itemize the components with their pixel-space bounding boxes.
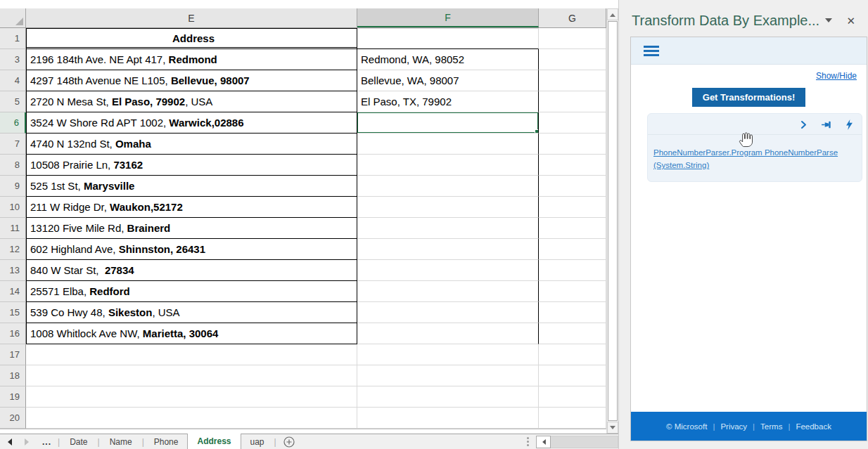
hscroll-left-button[interactable] xyxy=(536,436,551,448)
cell-F15[interactable] xyxy=(357,302,539,323)
row-header-20[interactable]: 20 xyxy=(0,408,26,429)
cell-G20[interactable] xyxy=(539,408,606,429)
cell-E19[interactable] xyxy=(26,386,357,408)
cell-G16[interactable] xyxy=(539,323,606,344)
transformation-program-link[interactable]: PhoneNumberParser.Program PhoneNumberPar… xyxy=(648,135,862,172)
horizontal-scrollbar[interactable] xyxy=(527,434,618,449)
cell-F5[interactable]: El Paso, TX, 79902 xyxy=(357,91,539,112)
vertical-scrollbar-thumb[interactable] xyxy=(608,21,618,421)
sheet-tab-name[interactable]: Name xyxy=(101,434,141,449)
column-header-F[interactable]: F xyxy=(357,8,539,27)
row-header-8[interactable]: 8 xyxy=(0,155,26,176)
row-header-7[interactable]: 7 xyxy=(0,134,26,155)
vertical-scrollbar[interactable] xyxy=(606,8,618,434)
cell-G17[interactable] xyxy=(539,344,606,365)
cell-E17[interactable] xyxy=(26,344,357,365)
cell-F10[interactable] xyxy=(357,197,539,218)
pin-icon[interactable] xyxy=(821,120,833,129)
cell-G5[interactable] xyxy=(539,91,606,112)
cell-F19[interactable] xyxy=(357,386,539,408)
cell-E14[interactable]: 25571 Elba, Redford xyxy=(26,281,357,302)
cell-E7[interactable]: 4740 N 132nd St, Omaha xyxy=(26,134,357,155)
sheet-tab-address[interactable]: Address xyxy=(187,434,241,449)
cell-G7[interactable] xyxy=(539,134,606,155)
tab-scroll-left-button[interactable] xyxy=(0,434,18,449)
row-header-16[interactable]: 16 xyxy=(0,323,26,344)
footer-link-feedback[interactable]: Feedback xyxy=(796,422,831,431)
footer-link-privacy[interactable]: Privacy xyxy=(720,422,747,431)
cell-F12[interactable] xyxy=(357,239,539,260)
footer-link-terms[interactable]: Terms xyxy=(760,422,782,431)
row-header-14[interactable]: 14 xyxy=(0,281,26,302)
cell-F20[interactable] xyxy=(357,408,539,429)
scroll-up-button[interactable] xyxy=(607,8,618,20)
cell-E1[interactable]: Address xyxy=(26,28,357,49)
cell-E4[interactable]: 4297 148th Avenue NE L105, Bellevue, 980… xyxy=(26,70,357,91)
cell-G18[interactable] xyxy=(539,365,606,386)
column-header-G[interactable]: G xyxy=(539,8,606,27)
cell-F8[interactable] xyxy=(357,155,539,176)
cell-E20[interactable] xyxy=(26,408,357,429)
cell-E3[interactable]: 2196 184th Ave. NE Apt 417, Redmond xyxy=(26,49,357,70)
row-header-19[interactable]: 19 xyxy=(0,386,26,408)
cell-G19[interactable] xyxy=(539,386,606,408)
cell-G14[interactable] xyxy=(539,281,606,302)
get-transformations-button[interactable]: Get Transformations! xyxy=(692,88,805,107)
cell-F14[interactable] xyxy=(357,281,539,302)
cell-E10[interactable]: 211 W Ridge Dr, Waukon,52172 xyxy=(26,197,357,218)
cell-F4[interactable]: Bellevue, WA, 98007 xyxy=(357,70,539,91)
sheet-tab-uap[interactable]: uap xyxy=(241,434,274,449)
cell-E18[interactable] xyxy=(26,365,357,386)
cell-E5[interactable]: 2720 N Mesa St, El Paso, 79902, USA xyxy=(26,91,357,112)
cell-F6-active[interactable] xyxy=(357,112,539,134)
show-hide-link[interactable]: Show/Hide xyxy=(816,71,857,81)
hscroll-track[interactable] xyxy=(551,436,618,448)
cell-F3[interactable]: Redmond, WA, 98052 xyxy=(357,49,539,70)
row-header-12[interactable]: 12 xyxy=(0,239,26,260)
add-sheet-button[interactable] xyxy=(277,434,301,449)
hamburger-menu-icon[interactable] xyxy=(644,46,659,56)
cell-E11[interactable]: 13120 Five Mile Rd, Brainerd xyxy=(26,218,357,239)
cell-E12[interactable]: 602 Highland Ave, Shinnston, 26431 xyxy=(26,239,357,260)
cell-G3[interactable] xyxy=(539,49,606,70)
cell-E16[interactable]: 1008 Whitlock Ave NW, Marietta, 30064 xyxy=(26,323,357,344)
tab-scroll-right-button[interactable] xyxy=(18,434,37,449)
row-header-17[interactable]: 17 xyxy=(0,344,26,365)
select-all-corner[interactable] xyxy=(0,8,26,27)
cell-F7[interactable] xyxy=(357,134,539,155)
cell-E15[interactable]: 539 Co Hwy 48, Sikeston, USA xyxy=(26,302,357,323)
row-header-13[interactable]: 13 xyxy=(0,260,26,281)
expand-chevron-icon[interactable] xyxy=(799,120,808,129)
row-header-5[interactable]: 5 xyxy=(0,91,26,112)
row-header-15[interactable]: 15 xyxy=(0,302,26,323)
cell-F17[interactable] xyxy=(357,344,539,365)
cell-F13[interactable] xyxy=(357,260,539,281)
row-header-6[interactable]: 6 xyxy=(0,112,26,134)
row-header-10[interactable]: 10 xyxy=(0,197,26,218)
row-header-18[interactable]: 18 xyxy=(0,365,26,386)
row-header-1[interactable]: 1 xyxy=(0,28,26,49)
sheet-tab-phone[interactable]: Phone xyxy=(145,434,188,449)
row-header-3[interactable]: 3 xyxy=(0,49,26,70)
cell-F16[interactable] xyxy=(357,323,539,344)
cell-G11[interactable] xyxy=(539,218,606,239)
column-header-E[interactable]: E xyxy=(26,8,357,27)
row-header-9[interactable]: 9 xyxy=(0,176,26,197)
cell-E6[interactable]: 3524 W Shore Rd APT 1002, Warwick,02886 xyxy=(26,112,357,134)
row-header-11[interactable]: 11 xyxy=(0,218,26,239)
cell-G13[interactable] xyxy=(539,260,606,281)
cell-G12[interactable] xyxy=(539,239,606,260)
tab-overflow[interactable]: ... xyxy=(37,434,57,449)
cell-G8[interactable] xyxy=(539,155,606,176)
cell-F11[interactable] xyxy=(357,218,539,239)
cell-F18[interactable] xyxy=(357,365,539,386)
cell-E8[interactable]: 10508 Prairie Ln, 73162 xyxy=(26,155,357,176)
cell-E13[interactable]: 840 W Star St, 27834 xyxy=(26,260,357,281)
cell-E9[interactable]: 525 1st St, Marysville xyxy=(26,176,357,197)
cell-G9[interactable] xyxy=(539,176,606,197)
cell-G15[interactable] xyxy=(539,302,606,323)
cell-F9[interactable] xyxy=(357,176,539,197)
cell-G1[interactable] xyxy=(539,28,606,49)
cell-G6[interactable] xyxy=(539,112,606,134)
cell-G4[interactable] xyxy=(539,70,606,91)
